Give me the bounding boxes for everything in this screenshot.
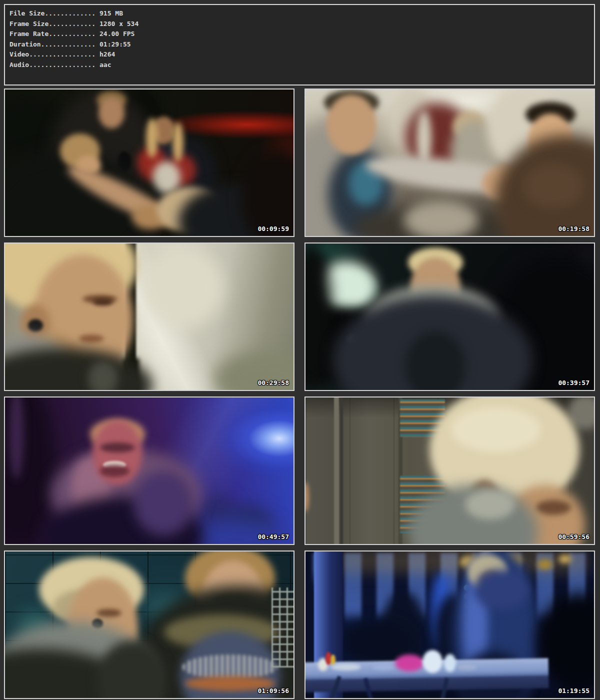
scene-shape	[330, 654, 336, 666]
scene-shape	[306, 482, 309, 512]
file-info-label: Frame Rate............	[10, 30, 96, 38]
scene-shape	[146, 118, 158, 158]
file-info-line: Frame Size............1280 x 534	[10, 19, 594, 30]
video-still-1	[5, 90, 294, 236]
video-thumbnail-7: 01:09:56	[4, 550, 294, 699]
video-thumbnail-8: 01:19:55	[304, 550, 595, 699]
video-thumbnail-3: 00:29:58	[4, 242, 294, 391]
video-thumbnail-1: 00:09:59	[4, 88, 294, 237]
scene-shape	[242, 150, 294, 236]
scene-shape	[326, 94, 376, 154]
scene-shape	[331, 664, 361, 670]
video-thumbnail-5: 00:49:57	[4, 396, 294, 545]
video-contact-sheet: File Size.............915 MB Frame Size.…	[0, 0, 600, 700]
scene-shape	[422, 650, 442, 673]
video-still-6	[306, 398, 594, 544]
scene-shape	[474, 570, 529, 610]
scene-shape	[372, 664, 395, 670]
video-thumbnail-6: 00:59:56	[304, 396, 595, 545]
scene-shape	[334, 398, 339, 544]
scene-shape	[451, 407, 541, 452]
scene-shape	[465, 490, 515, 520]
video-still-8	[306, 552, 594, 698]
file-info-value: 1280 x 534	[100, 20, 138, 28]
scene-shape	[272, 588, 294, 668]
file-info-label: Frame Size............	[10, 20, 96, 28]
scene-shape	[100, 465, 130, 477]
video-still-7	[5, 552, 294, 698]
file-info-value: 915 MB	[100, 10, 123, 17]
video-still-5	[5, 398, 294, 544]
timestamp-overlay: 01:09:56	[258, 687, 289, 694]
scene-shape	[134, 470, 194, 536]
thumbnail-grid: 00:09:59 00:19:58 00:29:58 00:39:57 00:4…	[4, 88, 595, 699]
file-info-line: Audio.................aac	[10, 60, 594, 70]
scene-shape	[536, 500, 571, 515]
scene-shape	[93, 298, 113, 306]
file-info-label: Duration..............	[10, 40, 96, 48]
scene-shape	[144, 248, 224, 328]
file-info-value: aac	[100, 61, 111, 68]
scene-shape	[395, 654, 424, 672]
video-still-2	[306, 90, 594, 236]
timestamp-overlay: 00:59:56	[558, 533, 590, 540]
video-thumbnail-2: 00:19:58	[304, 88, 595, 237]
scene-shape	[558, 554, 572, 564]
file-info-value: h264	[100, 50, 115, 58]
scene-shape	[96, 609, 122, 617]
timestamp-overlay: 00:39:57	[558, 379, 590, 386]
scene-shape	[538, 560, 552, 570]
timestamp-overlay: 00:19:58	[558, 225, 590, 232]
scene-shape	[172, 122, 184, 162]
timestamp-overlay: 01:19:55	[558, 687, 590, 694]
file-info-value: 01:29:55	[100, 40, 131, 48]
file-info-label: File Size.............	[10, 10, 96, 17]
scene-shape	[340, 398, 343, 544]
file-info-line: Frame Rate............24.00 FPS	[10, 29, 594, 40]
scene-shape	[28, 319, 43, 332]
scene-shape	[457, 664, 477, 670]
timestamp-overlay: 00:09:59	[258, 225, 289, 232]
scene-shape	[404, 200, 478, 236]
scene-shape	[524, 164, 584, 208]
file-info-line: File Size.............915 MB	[10, 8, 594, 19]
file-info-value: 24.00 FPS	[100, 30, 134, 38]
file-info-line: Duration..............01:29:55	[10, 40, 594, 50]
video-still-3	[5, 244, 294, 390]
scene-shape	[79, 334, 104, 342]
timestamp-overlay: 00:29:58	[258, 379, 289, 386]
timestamp-overlay: 00:49:57	[258, 533, 289, 540]
file-info-label: Video.................	[10, 50, 96, 58]
file-info-label: Audio.................	[10, 61, 96, 68]
file-info-line: Video.................h264	[10, 50, 594, 60]
video-still-4	[306, 244, 594, 390]
scene-shape	[444, 654, 456, 672]
file-info-panel: File Size.............915 MB Frame Size.…	[4, 4, 595, 86]
scene-shape	[98, 98, 124, 128]
scene-shape	[100, 442, 135, 452]
video-thumbnail-4: 00:39:57	[304, 242, 595, 391]
